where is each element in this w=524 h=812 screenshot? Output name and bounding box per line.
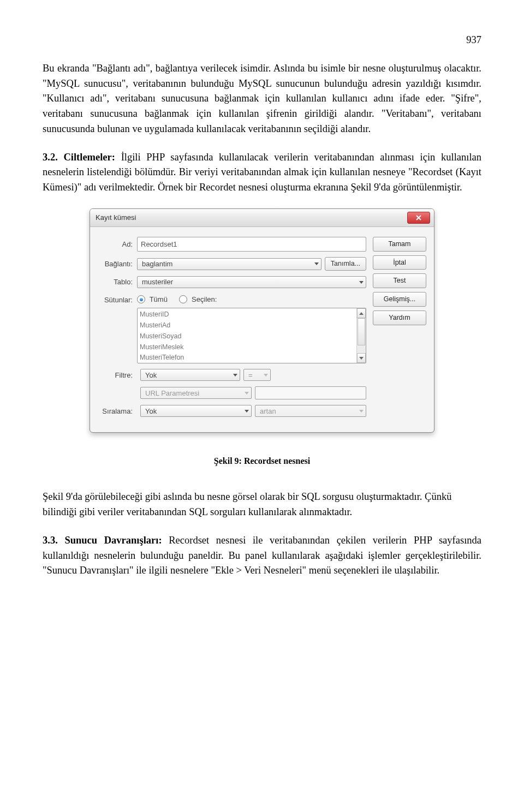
- tanimla-button[interactable]: Tanımla...: [325, 257, 366, 271]
- section-3-3-title: 3.3. Sunucu Davranışları:: [43, 535, 162, 546]
- label-sutunlar: Sütunlar:: [94, 294, 137, 306]
- listbox-scrollbar[interactable]: [356, 308, 366, 363]
- list-item[interactable]: MusteriTelefon: [140, 353, 364, 363]
- combo-operator[interactable]: =: [243, 369, 271, 381]
- combo-url-param-value: URL Parametresi: [145, 388, 199, 399]
- close-icon: [415, 215, 422, 220]
- combo-url-param[interactable]: URL Parametresi: [140, 387, 252, 399]
- scroll-thumb[interactable]: [358, 318, 365, 345]
- list-item[interactable]: MusteriMeslek: [140, 342, 364, 353]
- combo-siralama-value: Yok: [145, 406, 157, 417]
- label-tablo: Tablo:: [94, 277, 137, 288]
- chevron-down-icon: [245, 410, 249, 413]
- iptal-button[interactable]: İptal: [373, 255, 426, 270]
- list-item[interactable]: MusteriID: [140, 309, 364, 320]
- close-button[interactable]: [407, 212, 430, 224]
- label-ad: Ad:: [94, 239, 137, 250]
- combo-filtre[interactable]: Yok: [140, 369, 240, 381]
- radio-secilen[interactable]: [179, 295, 187, 303]
- section-3-2: 3.2. Ciltlemeler: İlgili PHP sayfasında …: [43, 150, 481, 195]
- chevron-down-icon: [359, 410, 364, 413]
- chevron-down-icon: [359, 281, 364, 284]
- radio-tumu[interactable]: [137, 295, 145, 303]
- chevron-down-icon: [359, 357, 364, 360]
- combo-tablo-value: musteriler: [142, 277, 173, 288]
- section-3-2-title: 3.2. Ciltlemeler:: [43, 152, 115, 163]
- recordset-dialog: Kayıt kümesi Ad: Recordset1 Bağlantı: ba…: [90, 208, 434, 433]
- radio-tumu-label: Tümü: [150, 295, 168, 303]
- paragraph-1: Bu ekranda "Bağlantı adı", bağlantıya ve…: [43, 61, 481, 137]
- scroll-down-button[interactable]: [357, 353, 366, 363]
- combo-artan-value: artan: [260, 406, 276, 417]
- combo-tablo[interactable]: musteriler: [137, 276, 366, 288]
- chevron-down-icon: [245, 392, 249, 395]
- columns-listbox[interactable]: MusteriID MusteriAd MusteriSoyad Musteri…: [137, 308, 366, 363]
- input-ad[interactable]: Recordset1: [137, 237, 366, 252]
- section-3-3: 3.3. Sunucu Davranışları: Recordset nesn…: [43, 533, 481, 578]
- test-button[interactable]: Test: [373, 273, 426, 288]
- chevron-down-icon: [314, 262, 319, 265]
- list-item[interactable]: MusteriAd: [140, 320, 364, 331]
- combo-siralama[interactable]: Yok: [140, 405, 252, 417]
- chevron-up-icon: [359, 312, 364, 315]
- radio-secilen-label: Seçilen:: [192, 295, 217, 303]
- input-url-param-value[interactable]: [255, 386, 366, 399]
- combo-artan[interactable]: artan: [255, 405, 366, 417]
- paragraph-3: Şekil 9'da görülebileceği gibi aslında b…: [43, 489, 481, 520]
- combo-operator-value: =: [248, 370, 253, 381]
- dialog-titlebar[interactable]: Kayıt kümesi: [90, 209, 434, 227]
- combo-baglanti[interactable]: baglantim: [137, 258, 321, 270]
- scroll-up-button[interactable]: [357, 308, 366, 318]
- label-filtre: Filtre:: [94, 370, 137, 381]
- list-item[interactable]: MusteriSoyad: [140, 331, 364, 342]
- chevron-down-icon: [264, 374, 268, 377]
- combo-baglanti-value: baglantim: [142, 259, 172, 270]
- dialog-title: Kayıt kümesi: [96, 212, 136, 223]
- tamam-button[interactable]: Tamam: [373, 237, 426, 252]
- label-baglanti: Bağlantı:: [94, 259, 137, 270]
- label-siralama: Sıralama:: [94, 406, 137, 417]
- combo-filtre-value: Yok: [145, 370, 157, 381]
- chevron-down-icon: [233, 374, 237, 377]
- page-number: 937: [43, 33, 481, 48]
- figure-caption: Şekil 9: Recordset nesnesi: [43, 455, 481, 468]
- gelismis-button[interactable]: Gelişmiş...: [373, 292, 426, 307]
- yardim-button[interactable]: Yardım: [373, 311, 426, 325]
